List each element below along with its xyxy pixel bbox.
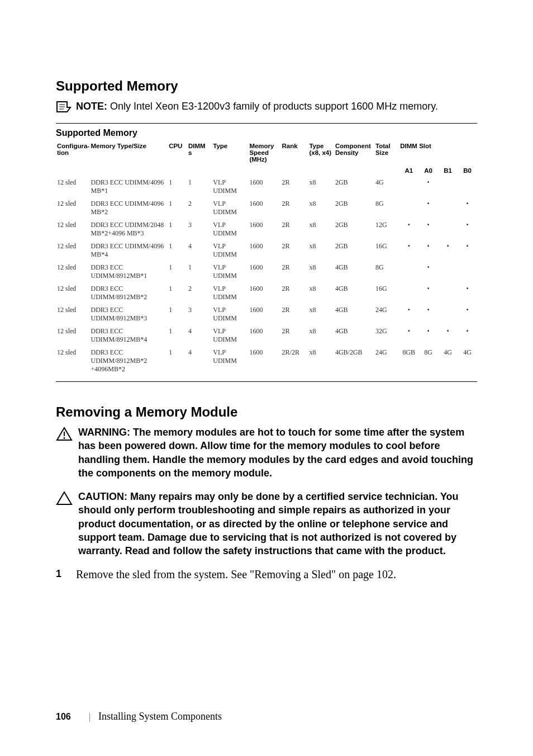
- caution-block: CAUTION: Many repairs may only be done b…: [56, 490, 477, 557]
- table-bottom-rule: [56, 381, 477, 382]
- table-cell: DDR3 ECC UDIMM/8912MB*4: [90, 325, 168, 346]
- table-cell: 4GB: [334, 282, 374, 304]
- table-cell: 4GB: [334, 325, 374, 346]
- table-cell: 2R: [281, 240, 308, 261]
- th-rank: Rank: [281, 140, 308, 165]
- slot-cell: [438, 197, 458, 219]
- table-cell: VLP UDIMM: [212, 304, 248, 325]
- warning-block: WARNING: The memory modules are hot to t…: [56, 426, 477, 480]
- th-a1: A1: [399, 165, 418, 176]
- slot-cell: •: [418, 282, 438, 304]
- table-cell: 1600: [248, 282, 280, 304]
- table-cell: 2R: [281, 219, 308, 240]
- warning-lead: WARNING:: [78, 427, 133, 438]
- table-cell: 12 sled: [56, 197, 90, 219]
- table-cell: 1: [168, 197, 187, 219]
- caution-icon: [56, 490, 76, 508]
- table-cell: VLP UDIMM: [212, 346, 248, 376]
- slot-cell: •: [399, 325, 418, 346]
- caution-text: CAUTION: Many repairs may only be done b…: [76, 490, 477, 557]
- slot-cell: [399, 282, 418, 304]
- table-cell: DDR3 ECC UDIMM/4096 MB*4: [90, 240, 168, 261]
- table-cell: 2R: [281, 197, 308, 219]
- table-row: 12 sledDDR3 ECC UDIMM/8912MB*2 +4096MB*2…: [56, 346, 477, 376]
- slot-cell: •: [418, 176, 438, 197]
- th-memtypesize: Memory Type/Size: [90, 140, 168, 165]
- table-cell: DDR3 ECC UDIMM/4096 MB*1: [90, 176, 168, 197]
- slot-cell: [438, 304, 458, 325]
- memory-table: Supported Memory Configura-tion Memory T…: [56, 128, 477, 376]
- table-cell: 8G: [374, 197, 399, 219]
- table-cell: 2R: [281, 304, 308, 325]
- table-row: 12 sledDDR3 ECC UDIMM/4096 MB*212VLP UDI…: [56, 197, 477, 219]
- table-cell: 3: [187, 219, 212, 240]
- table-cell: 4: [187, 346, 212, 376]
- th-totalsize: TotalSize: [374, 140, 399, 165]
- note-block: NOTE: Only Intel Xeon E3-1200v3 family o…: [56, 100, 477, 115]
- table-cell: 1600: [248, 346, 280, 376]
- table-cell: DDR3 ECC UDIMM/2048 MB*2+4096 MB*3: [90, 219, 168, 240]
- table-cell: DDR3 ECC UDIMM/8912MB*3: [90, 304, 168, 325]
- table-cell: 2: [187, 282, 212, 304]
- footer-separator: |: [89, 712, 91, 721]
- table-cell: 1600: [248, 219, 280, 240]
- table-cell: 4GB/2GB: [334, 346, 374, 376]
- slot-cell: •: [438, 240, 458, 261]
- th-a0: A0: [418, 165, 438, 176]
- table-cell: 32G: [374, 325, 399, 346]
- th-cpu: CPU: [168, 140, 187, 165]
- table-row: 12 sledDDR3 ECC UDIMM/4096 MB*111VLP UDI…: [56, 176, 477, 197]
- slot-cell: •: [438, 325, 458, 346]
- table-cell: 1: [168, 346, 187, 376]
- table-header: Configura-tion Memory Type/Size CPU DIMM…: [56, 140, 477, 176]
- table-cell: x8: [308, 261, 334, 282]
- table-cell: DDR3 ECC UDIMM/8912MB*1: [90, 261, 168, 282]
- table-cell: VLP UDIMM: [212, 261, 248, 282]
- table-cell: 2GB: [334, 197, 374, 219]
- slot-cell: [438, 219, 458, 240]
- table-cell: 2R/2R: [281, 346, 308, 376]
- table-row: 12 sledDDR3 ECC UDIMM/4096 MB*414VLP UDI…: [56, 240, 477, 261]
- table-cell: 1: [168, 240, 187, 261]
- th-dimms: DIMMs: [187, 140, 212, 165]
- table-cell: 1600: [248, 261, 280, 282]
- heading-supported-memory: Supported Memory: [56, 78, 477, 94]
- table-cell: 4GB: [334, 304, 374, 325]
- table-cell: 12 sled: [56, 261, 90, 282]
- note-body: Only Intel Xeon E3-1200v3 family of prod…: [107, 101, 438, 112]
- heading-removing-memory: Removing a Memory Module: [56, 404, 477, 420]
- table-cell: 24G: [374, 304, 399, 325]
- slot-cell: [399, 261, 418, 282]
- table-cell: 1: [168, 304, 187, 325]
- table-cell: 1: [187, 176, 212, 197]
- caution-body: Many repairs may only be done by a certi…: [78, 491, 459, 556]
- slot-cell: •: [458, 240, 477, 261]
- slot-cell: [399, 176, 418, 197]
- slot-cell: [438, 261, 458, 282]
- table-cell: 12 sled: [56, 282, 90, 304]
- slot-cell: [438, 176, 458, 197]
- table-cell: 2GB: [334, 176, 374, 197]
- table-cell: 12 sled: [56, 176, 90, 197]
- slot-cell: •: [399, 219, 418, 240]
- table-row: 12 sledDDR3 ECC UDIMM/8912MB*111VLP UDIM…: [56, 261, 477, 282]
- table-cell: 2R: [281, 176, 308, 197]
- table-cell: x8: [308, 176, 334, 197]
- step-1: 1 Remove the sled from the system. See "…: [56, 568, 477, 581]
- table-cell: x8: [308, 219, 334, 240]
- chapter-title: Installing System Components: [98, 711, 222, 722]
- table-cell: VLP UDIMM: [212, 176, 248, 197]
- th-config: Configura-tion: [56, 140, 90, 165]
- slot-cell: •: [458, 197, 477, 219]
- slot-cell: •: [399, 304, 418, 325]
- table-title: Supported Memory: [56, 128, 477, 138]
- slot-cell: 4G: [438, 346, 458, 376]
- table-cell: DDR3 ECC UDIMM/8912MB*2: [90, 282, 168, 304]
- table-cell: 4G: [374, 176, 399, 197]
- table-row: 12 sledDDR3 ECC UDIMM/2048 MB*2+4096 MB*…: [56, 219, 477, 240]
- table-cell: x8: [308, 325, 334, 346]
- table-cell: 3: [187, 304, 212, 325]
- table-cell: x8: [308, 346, 334, 376]
- th-type: Type: [212, 140, 248, 165]
- caution-lead: CAUTION:: [78, 491, 130, 502]
